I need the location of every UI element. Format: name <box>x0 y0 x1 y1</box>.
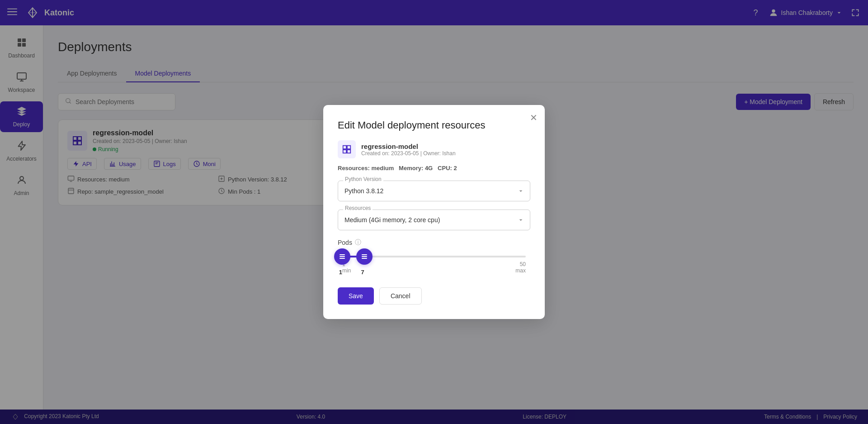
modal-model-header: regression-model Created on: 2023-05-05 … <box>338 140 530 158</box>
resources-group: Resources Small (2Gi memory, 1 core cpu)… <box>338 210 530 230</box>
slider-limit-right: 50 max <box>515 261 526 274</box>
slider-track: 1 7 <box>342 256 526 257</box>
modal-overlay[interactable]: Edit Model deployment resources ✕ regres… <box>0 0 868 424</box>
modal-resource-text: Resources: medium Memory: 4G CPU: 2 <box>338 165 457 172</box>
save-button[interactable]: Save <box>338 287 374 305</box>
slider-thumb-current[interactable]: 7 <box>356 248 373 265</box>
pods-label: Pods ⓘ <box>338 238 530 247</box>
edit-modal: Edit Model deployment resources ✕ regres… <box>323 105 545 319</box>
cancel-button[interactable]: Cancel <box>379 287 422 305</box>
pods-info-icon[interactable]: ⓘ <box>355 238 361 247</box>
svg-rect-23 <box>343 150 346 153</box>
python-version-label: Python Version <box>343 176 383 182</box>
modal-resource-info: Resources: medium Memory: 4G CPU: 2 <box>338 165 530 172</box>
pods-slider[interactable]: 1 7 1 min <box>342 256 526 274</box>
pods-section: Pods ⓘ 1 <box>338 238 530 274</box>
modal-model-meta: Created on: 2023-05-05 | Owner: Ishan <box>361 150 456 157</box>
grab-lines-1 <box>340 254 345 259</box>
python-version-group: Python Version Python 3.8.12 Python 3.9 … <box>338 181 530 201</box>
svg-rect-22 <box>347 146 350 149</box>
svg-rect-24 <box>347 150 350 153</box>
slider-thumb-min-label: 1 <box>339 269 342 276</box>
modal-model-icon <box>338 140 356 158</box>
resources-select[interactable]: Small (2Gi memory, 1 core cpu) Medium (4… <box>338 210 530 230</box>
slider-min-label: min <box>342 267 351 274</box>
slider-limits: 1 min 50 max <box>342 261 526 274</box>
modal-model-name: regression-model <box>361 143 456 150</box>
modal-actions: Save Cancel <box>338 287 530 305</box>
slider-thumb-min[interactable]: 1 <box>334 248 350 265</box>
slider-max-label: max <box>515 267 526 274</box>
modal-close-button[interactable]: ✕ <box>530 112 538 123</box>
resources-label: Resources <box>343 205 373 211</box>
python-version-select[interactable]: Python 3.8.12 Python 3.9 Python 3.10 <box>338 181 530 201</box>
slider-thumb-current-label: 7 <box>361 269 364 276</box>
grab-lines-2 <box>362 254 367 259</box>
svg-rect-21 <box>343 146 346 149</box>
modal-title: Edit Model deployment resources <box>338 119 530 131</box>
slider-max-value: 50 <box>520 261 526 267</box>
modal-model-info: regression-model Created on: 2023-05-05 … <box>361 143 456 157</box>
